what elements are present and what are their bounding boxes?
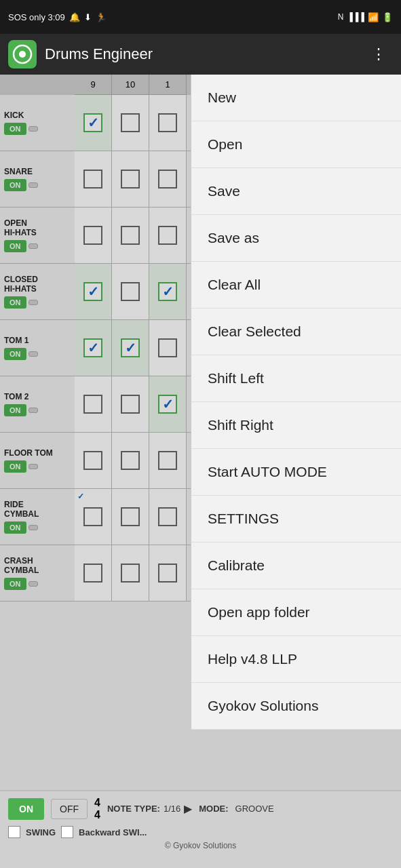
main-content: 9 10 1 KICK ON SNARE [0,75,401,790]
menu-item-open[interactable]: Open [191,121,401,168]
note-type-label: NOTE TYPE: [107,804,160,814]
status-right: N ▐▐▐ 📶 🔋 [338,12,393,22]
app-logo [8,40,37,68]
dropdown-menu: New Open Save Save as Clear All Clear Se… [191,75,401,730]
menu-item-open-app-folder[interactable]: Open app folder [191,589,401,636]
menu-item-save[interactable]: Save [191,168,401,215]
menu-item-gyokov-solutions[interactable]: Gyokov Solutions [191,683,401,730]
bell-icon: 🔔 [69,12,80,22]
menu-item-start-auto-mode[interactable]: Start AUTO MODE [191,449,401,496]
mode-label: MODE: [199,804,228,814]
overflow-menu-button[interactable]: ⋮ [366,40,393,68]
signal-bars-icon: ▐▐▐ [347,12,364,22]
svg-point-1 [19,51,26,58]
menu-item-calibrate[interactable]: Calibrate [191,542,401,589]
app-bar: Drums Engineer ⋮ [0,34,401,75]
swing-label: SWING [26,827,56,837]
menu-item-help[interactable]: Help v4.8 LLP [191,636,401,683]
download-icon: ⬇ [84,12,92,22]
note-type-arrow-icon: ▶ [184,802,192,815]
status-bar: SOS only 3:09 🔔 ⬇ 🏃 N ▐▐▐ 📶 🔋 [0,0,401,34]
bottom-row1: ON OFF 4 4 NOTE TYPE: 1/16 ▶ MODE: GROOV… [8,797,393,821]
global-off-button[interactable]: OFF [51,799,88,819]
menu-item-save-as[interactable]: Save as [191,215,401,262]
copyright-text: © Gyokov Solutions [8,841,393,850]
swing-checkbox[interactable] [8,826,20,838]
global-on-button[interactable]: ON [8,798,44,820]
menu-item-shift-right[interactable]: Shift Right [191,402,401,449]
menu-item-settings[interactable]: SETTINGS [191,496,401,542]
menu-item-new[interactable]: New [191,75,401,121]
wifi-icon: 📶 [368,12,379,22]
time-signature: 4 4 [94,797,100,821]
note-type-value: 1/16 [164,804,180,814]
status-left: SOS only 3:09 🔔 ⬇ 🏃 [8,12,107,22]
activity-icon: 🏃 [96,12,107,22]
swing-row: SWING Backward SWI... [8,826,393,838]
backward-swing-checkbox[interactable] [61,826,73,838]
time-sig-top: 4 [94,797,100,809]
mode-value: GROOVE [235,804,274,814]
battery-icon: 🔋 [382,12,393,22]
status-text: SOS only 3:09 [8,12,65,22]
note-type-box: NOTE TYPE: 1/16 ▶ [107,802,192,815]
backward-swing-label: Backward SWI... [79,827,147,837]
menu-item-shift-left[interactable]: Shift Left [191,355,401,402]
nfc-icon: N [338,12,344,22]
time-sig-bottom: 4 [94,809,100,821]
menu-item-clear-selected[interactable]: Clear Selected [191,309,401,355]
menu-item-clear-all[interactable]: Clear All [191,262,401,309]
app-title: Drums Engineer [45,45,358,63]
bottom-panel: ON OFF 4 4 NOTE TYPE: 1/16 ▶ MODE: GROOV… [0,790,401,868]
